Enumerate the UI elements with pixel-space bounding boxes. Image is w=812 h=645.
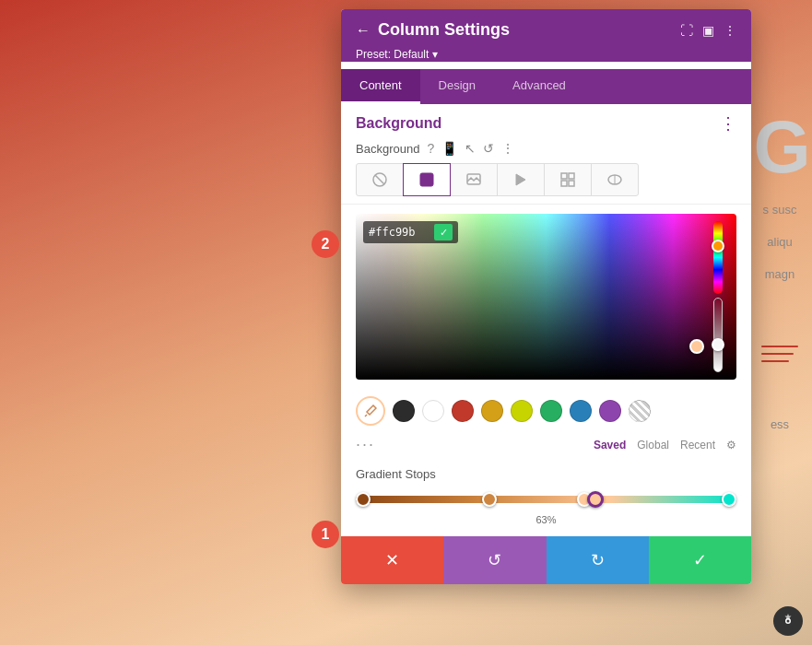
- panel-title-left: ← Column Settings: [356, 20, 510, 40]
- tab-recent[interactable]: Recent: [680, 439, 715, 452]
- right-text-2: aliqu: [767, 235, 796, 249]
- reset-icon[interactable]: ↺: [483, 141, 494, 156]
- bg-toolbar: Background ? 📱 ↖ ↺ ⋮: [341, 139, 751, 163]
- gradient-stop-4-active[interactable]: [587, 491, 604, 508]
- header-more-icon[interactable]: ⋮: [724, 23, 736, 38]
- preset-row: Preset: Default ▾: [356, 45, 736, 62]
- color-settings-icon[interactable]: ⚙: [726, 439, 736, 452]
- right-content-area: G s susc aliqu magn ess: [752, 0, 812, 645]
- panel-body: Background ⋮ Background ? 📱 ↖ ↺ ⋮: [341, 104, 751, 536]
- svg-rect-2: [420, 173, 433, 186]
- svg-rect-5: [561, 173, 567, 179]
- swatch-transparent[interactable]: [629, 400, 651, 422]
- swatch-blue[interactable]: [570, 400, 592, 422]
- reset-button[interactable]: ↺: [443, 536, 546, 584]
- bg-label: Background: [356, 142, 419, 156]
- line-2: [761, 353, 794, 355]
- gradient-stop-1[interactable]: [356, 492, 371, 507]
- bottom-action-bar: ✕ ↺ ↻ ✓: [341, 536, 751, 584]
- type-icons-row: [341, 163, 751, 205]
- hue-slider-track[interactable]: [713, 221, 723, 294]
- toolbar-more-icon[interactable]: ⋮: [501, 141, 514, 156]
- swatch-red[interactable]: [452, 400, 474, 422]
- tab-advanced[interactable]: Advanced: [494, 69, 584, 104]
- svg-rect-7: [561, 181, 567, 186]
- type-color-btn[interactable]: [403, 163, 451, 196]
- color-gradient[interactable]: ✓: [356, 214, 736, 380]
- right-text-4: ess: [771, 417, 794, 431]
- step-badge-1: 1: [312, 521, 339, 548]
- panel-title-row: ← Column Settings ⛶ ▣ ⋮: [356, 20, 736, 40]
- redo-button[interactable]: ↻: [547, 536, 649, 584]
- columns-icon[interactable]: ▣: [702, 23, 714, 38]
- right-text-3: magn: [765, 267, 800, 281]
- gradient-stops-label: Gradient Stops: [356, 467, 736, 481]
- gradient-stops-section: Gradient Stops 63%: [341, 462, 751, 536]
- swatch-black[interactable]: [393, 400, 415, 422]
- swatch-gold[interactable]: [481, 400, 503, 422]
- color-cursor[interactable]: [689, 339, 704, 354]
- back-icon[interactable]: ←: [356, 22, 371, 39]
- type-mask-btn[interactable]: [591, 163, 639, 196]
- help-icon[interactable]: ?: [427, 141, 434, 156]
- svg-marker-4: [516, 174, 525, 185]
- section-title: Background: [356, 115, 441, 132]
- type-none-btn[interactable]: [356, 163, 404, 196]
- gradient-slider[interactable]: [356, 490, 736, 509]
- section-header: Background ⋮: [341, 104, 751, 139]
- svg-line-11: [365, 415, 367, 416]
- swatch-yellow-green[interactable]: [511, 400, 533, 422]
- svg-line-1: [375, 175, 384, 184]
- alpha-slider-track[interactable]: [713, 298, 723, 372]
- line-1: [761, 346, 798, 347]
- color-tabs-row: ··· Saved Global Recent ⚙: [341, 433, 751, 462]
- type-pattern-btn[interactable]: [544, 163, 592, 196]
- right-letter: G: [753, 111, 810, 184]
- hex-input-overlay: ✓: [363, 221, 458, 243]
- svg-rect-8: [569, 181, 574, 186]
- hex-input[interactable]: [369, 226, 429, 239]
- swatch-purple[interactable]: [599, 400, 621, 422]
- tab-content[interactable]: Content: [341, 69, 420, 104]
- hue-slider-container: [711, 221, 725, 372]
- swatch-green[interactable]: [540, 400, 562, 422]
- gradient-stop-5[interactable]: [722, 492, 736, 507]
- step-badge-2: 2: [312, 230, 339, 258]
- preset-label[interactable]: Preset: Default ▾: [356, 48, 438, 61]
- gear-corner-icon[interactable]: [773, 606, 803, 636]
- swatch-white[interactable]: [422, 400, 444, 422]
- cancel-button[interactable]: ✕: [341, 536, 443, 584]
- more-dots[interactable]: ···: [356, 435, 375, 454]
- tab-design[interactable]: Design: [420, 69, 494, 104]
- column-settings-panel: ← Column Settings ⛶ ▣ ⋮ Preset: Default …: [341, 9, 751, 584]
- type-video-btn[interactable]: [497, 163, 545, 196]
- expand-icon[interactable]: ⛶: [680, 23, 693, 38]
- right-lines: [761, 346, 803, 362]
- section-more-icon[interactable]: ⋮: [720, 113, 736, 134]
- panel-header: ← Column Settings ⛶ ▣ ⋮ Preset: Default …: [341, 9, 751, 62]
- eyedropper-button[interactable]: [356, 396, 385, 426]
- panel-title: Column Settings: [378, 20, 510, 40]
- mobile-icon[interactable]: 📱: [441, 141, 457, 156]
- swatch-row: [341, 389, 751, 433]
- tab-global[interactable]: Global: [637, 439, 669, 452]
- alpha-thumb[interactable]: [712, 338, 724, 351]
- line-3: [761, 360, 789, 362]
- cursor-icon[interactable]: ↖: [465, 141, 476, 156]
- svg-rect-6: [569, 173, 574, 179]
- gradient-stop-2[interactable]: [482, 492, 497, 507]
- stop-percent-label: 63%: [356, 514, 736, 525]
- panel-title-icons: ⛶ ▣ ⋮: [680, 23, 736, 38]
- tab-saved[interactable]: Saved: [594, 439, 626, 452]
- tabs-row: Content Design Advanced: [341, 69, 751, 104]
- color-picker-area: ✓: [341, 205, 751, 389]
- hex-confirm-button[interactable]: ✓: [434, 224, 453, 240]
- right-text-1: s susc: [763, 203, 802, 217]
- gradient-track: [356, 496, 736, 503]
- type-image-btn[interactable]: [450, 163, 498, 196]
- hue-thumb[interactable]: [712, 240, 724, 252]
- confirm-button[interactable]: ✓: [649, 536, 751, 584]
